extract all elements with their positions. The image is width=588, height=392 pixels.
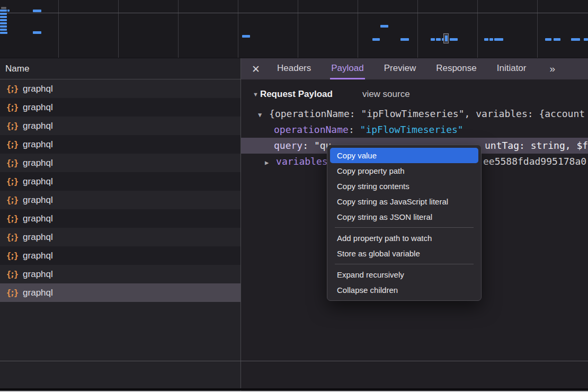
json-braces-icon: {;} bbox=[6, 233, 17, 242]
request-row[interactable]: {;}graphql bbox=[0, 246, 240, 265]
timeline-gridline bbox=[358, 0, 358, 58]
tab-initiator[interactable]: Initiator bbox=[496, 58, 528, 79]
json-braces-icon: {;} bbox=[6, 195, 17, 205]
request-name-label: graphql bbox=[23, 139, 53, 150]
request-name-label: graphql bbox=[23, 251, 53, 261]
request-list-panel: Name {;}graphql{;}graphql{;}graphql{;}gr… bbox=[0, 58, 241, 392]
menu-item-expand-recursively[interactable]: Expand recursively bbox=[330, 267, 478, 282]
request-timing-bar bbox=[372, 38, 380, 41]
timeline-gridline bbox=[298, 0, 298, 58]
request-name-label: graphql bbox=[23, 176, 53, 187]
json-preview-right-fragment: ee5588fdad995178a0 bbox=[483, 154, 586, 170]
menu-item-collapse-children[interactable]: Collapse children bbox=[330, 282, 478, 298]
request-timing-bar bbox=[431, 38, 435, 41]
section-title: Request Payload bbox=[260, 89, 333, 100]
request-row[interactable]: {;}graphql bbox=[0, 228, 240, 246]
close-icon[interactable]: ✕ bbox=[252, 64, 261, 74]
collapsed-triangle-icon[interactable]: ▶ bbox=[265, 159, 269, 166]
request-timing-bar bbox=[0, 10, 7, 12]
request-name-label: graphql bbox=[23, 195, 53, 206]
request-timing-bar bbox=[242, 35, 250, 38]
timeline-gridline bbox=[477, 0, 478, 58]
request-timing-bar bbox=[494, 38, 503, 41]
request-timing-bar bbox=[0, 32, 7, 34]
request-name-label: graphql bbox=[23, 288, 53, 298]
menu-item-copy-string-contents[interactable]: Copy string contents bbox=[330, 179, 478, 194]
json-braces-icon: {;} bbox=[6, 214, 17, 224]
menu-item-copy-string-as-javascript-literal[interactable]: Copy string as JavaScript literal bbox=[330, 194, 478, 209]
request-row[interactable]: {;}graphql bbox=[0, 135, 240, 154]
name-column-header[interactable]: Name bbox=[0, 58, 240, 79]
tab-headers[interactable]: Headers bbox=[276, 58, 312, 79]
request-list: {;}graphql{;}graphql{;}graphql{;}graphql… bbox=[0, 79, 240, 302]
devtools-network-panel: Name {;}graphql{;}graphql{;}graphql{;}gr… bbox=[0, 0, 588, 392]
json-root-preview: {operationName: "ipFlowTimeseries", vari… bbox=[269, 108, 585, 119]
menu-item-copy-value[interactable]: Copy value bbox=[330, 148, 478, 163]
json-braces-icon: {;} bbox=[6, 177, 17, 186]
menu-item-add-property-path-to-watch[interactable]: Add property path to watch bbox=[330, 230, 478, 246]
name-column-label: Name bbox=[5, 64, 29, 74]
menu-separator bbox=[335, 264, 474, 264]
network-main-split: Name {;}graphql{;}graphql{;}graphql{;}gr… bbox=[0, 58, 588, 392]
json-braces-icon: {;} bbox=[6, 121, 17, 131]
request-row[interactable]: {;}graphql bbox=[0, 265, 240, 283]
tab-preview[interactable]: Preview bbox=[383, 58, 417, 79]
request-timing-bar bbox=[7, 10, 10, 12]
json-braces-icon: {;} bbox=[6, 103, 17, 112]
tab-payload[interactable]: Payload bbox=[330, 58, 364, 79]
json-colon: : bbox=[302, 140, 314, 151]
request-timing-bar bbox=[0, 29, 7, 31]
request-name-label: graphql bbox=[23, 84, 53, 94]
timeline-gridline bbox=[537, 0, 538, 58]
request-timing-bar bbox=[545, 38, 551, 41]
request-row[interactable]: {;}graphql bbox=[0, 79, 240, 98]
json-key: query bbox=[274, 140, 302, 151]
timeline-gridline bbox=[118, 0, 119, 58]
request-timing-bar bbox=[554, 38, 560, 41]
section-collapse-triangle-icon[interactable]: ▼ bbox=[253, 91, 259, 97]
request-row[interactable]: {;}graphql bbox=[0, 172, 240, 191]
json-key: operationName bbox=[274, 124, 349, 135]
json-braces-icon: {;} bbox=[6, 140, 17, 149]
summary-divider bbox=[0, 361, 588, 361]
expand-triangle-icon[interactable]: ▼ bbox=[258, 111, 262, 119]
request-timing-bar bbox=[400, 38, 409, 41]
request-timing-bar bbox=[571, 38, 580, 41]
request-timing-bar bbox=[33, 31, 41, 34]
view-source-link[interactable]: view source bbox=[362, 89, 410, 100]
request-row[interactable]: {;}graphql bbox=[0, 191, 240, 209]
json-braces-icon: {;} bbox=[6, 251, 17, 261]
request-timing-bar bbox=[450, 38, 458, 41]
menu-item-copy-property-path[interactable]: Copy property path bbox=[330, 163, 478, 179]
menu-item-store-as-global-variable[interactable]: Store as global variable bbox=[330, 246, 478, 261]
json-braces-icon: {;} bbox=[6, 84, 17, 94]
request-row[interactable]: {;}graphql bbox=[0, 209, 240, 228]
tab-overflow-chevrons-icon[interactable]: » bbox=[549, 63, 554, 75]
request-row[interactable]: {;}graphql bbox=[0, 154, 240, 172]
request-name-label: graphql bbox=[23, 158, 53, 168]
request-timing-bar bbox=[484, 38, 488, 41]
request-timing-bar bbox=[0, 19, 7, 21]
timeline-gridline bbox=[417, 0, 418, 58]
json-colon: : bbox=[349, 124, 360, 135]
timeline-gridline bbox=[238, 0, 238, 58]
timeline-divider-line bbox=[0, 13, 588, 13]
request-row[interactable]: {;}graphql bbox=[0, 117, 240, 135]
json-key: variables bbox=[276, 156, 328, 167]
request-timing-bar bbox=[0, 13, 7, 15]
request-timing-bar bbox=[489, 38, 493, 41]
tab-response[interactable]: Response bbox=[435, 58, 478, 79]
tab-strip: HeadersPayloadPreviewResponseInitiator bbox=[276, 58, 545, 79]
timeline-gridline bbox=[178, 0, 179, 58]
request-timing-bar bbox=[584, 38, 588, 41]
request-row[interactable]: {;}graphql bbox=[0, 98, 240, 117]
request-row[interactable]: {;}graphql bbox=[0, 283, 240, 302]
json-root-row[interactable]: ▼ {operationName: "ipFlowTimeseries", va… bbox=[241, 106, 588, 122]
request-timing-bar bbox=[33, 10, 41, 12]
request-name-label: graphql bbox=[23, 121, 53, 131]
menu-item-copy-string-as-json-literal[interactable]: Copy string as JSON literal bbox=[330, 209, 478, 225]
network-overview-timeline[interactable] bbox=[0, 0, 588, 58]
json-row-operation-name[interactable]: operationName: "ipFlowTimeseries" bbox=[241, 122, 588, 138]
json-value-right-fragment: untTag: string, $f bbox=[485, 138, 588, 154]
context-menu: Copy valueCopy property pathCopy string … bbox=[327, 145, 482, 301]
